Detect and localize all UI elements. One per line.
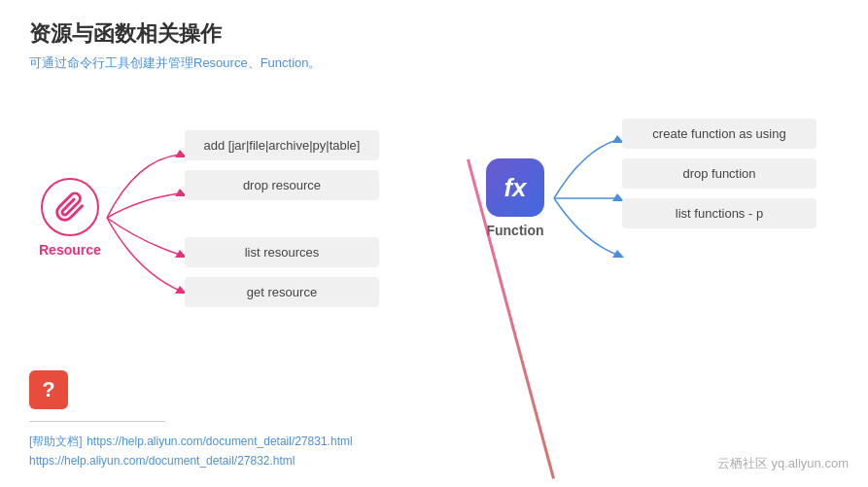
help-links: [帮助文档] https://help.aliyun.com/document_… <box>29 432 353 450</box>
resource-cmd-1: add [jar|file|archive|py|table] <box>185 130 379 160</box>
function-cmd-1: create function as using <box>622 119 816 149</box>
page-subtitle: 可通过命令行工具创建并管理Resource、Function。 <box>29 54 839 72</box>
resource-commands: add [jar|file|archive|py|table] drop res… <box>185 130 379 307</box>
resource-section: Resource add [jar|file|archive|py|table] <box>29 101 340 334</box>
function-commands: create function as using drop function l… <box>622 119 816 228</box>
help-link-2[interactable]: https://help.aliyun.com/document_detail/… <box>29 454 353 468</box>
main-content: Resource add [jar|file|archive|py|table] <box>29 101 839 334</box>
resource-cmd-4: get resource <box>185 277 379 307</box>
help-label: [帮助文档] <box>29 435 83 448</box>
function-section: fx Function create function as using dro… <box>476 101 778 296</box>
divider <box>29 421 165 422</box>
function-cmd-3: list functions - p <box>622 198 816 228</box>
bottom-section: ? [帮助文档] https://help.aliyun.com/documen… <box>29 370 353 468</box>
page-title: 资源与函数相关操作 <box>29 19 839 49</box>
help-link-1[interactable]: https://help.aliyun.com/document_detail/… <box>87 435 353 448</box>
watermark: 云栖社区 yq.aliyun.com <box>717 455 849 472</box>
resource-cmd-3: list resources <box>185 237 379 267</box>
function-cmd-2: drop function <box>622 158 816 189</box>
help-question-icon: ? <box>29 370 68 409</box>
page-container: 资源与函数相关操作 可通过命令行工具创建并管理Resource、Function… <box>0 0 868 487</box>
resource-cmd-2: drop resource <box>185 170 379 200</box>
